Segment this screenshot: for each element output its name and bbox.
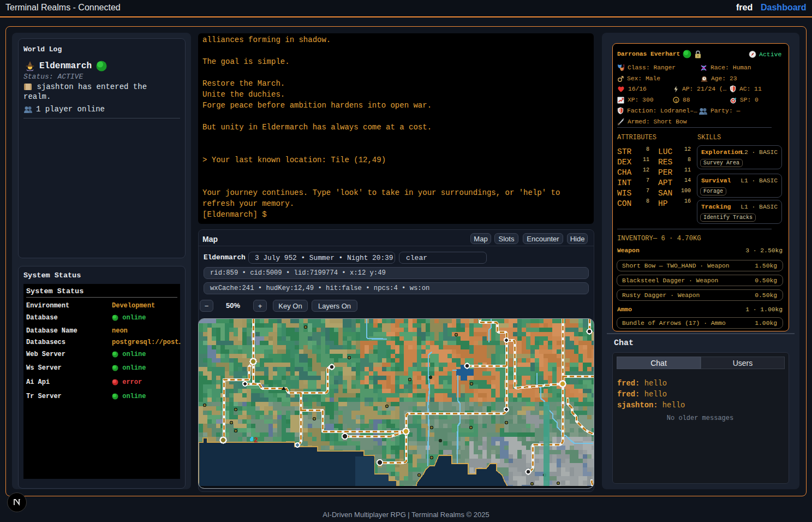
svg-text:2: 2	[254, 436, 258, 444]
svg-text:g: g	[675, 98, 678, 103]
